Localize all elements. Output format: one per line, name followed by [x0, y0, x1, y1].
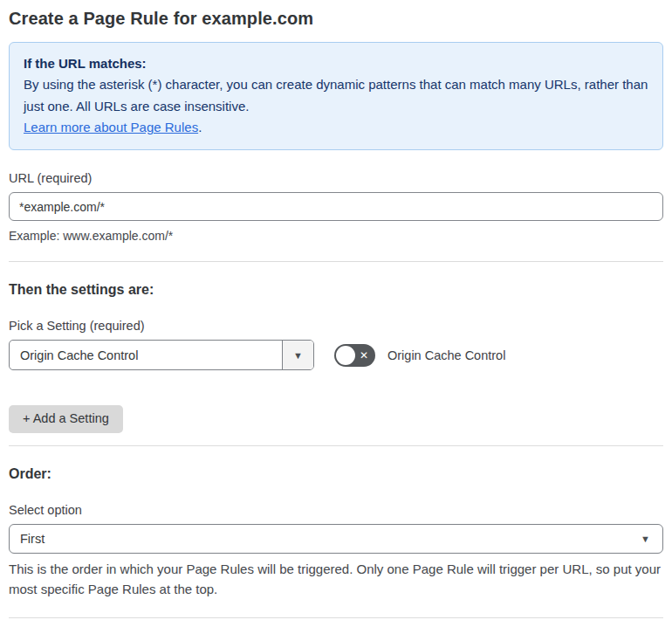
order-select-value: First [20, 532, 641, 546]
page-title: Create a Page Rule for example.com [9, 9, 663, 29]
info-box-link-line: Learn more about Page Rules. [24, 117, 648, 138]
divider [9, 617, 663, 618]
chevron-down-icon: ▼ [293, 350, 303, 361]
chevron-down-icon: ▼ [641, 534, 650, 544]
setting-dropdown[interactable]: Origin Cache Control ▼ [9, 340, 314, 370]
setting-row: Origin Cache Control ▼ ✕ Origin Cache Co… [9, 340, 663, 370]
link-period: . [198, 120, 202, 134]
pick-setting-label: Pick a Setting (required) [9, 319, 663, 333]
origin-cache-control-toggle[interactable]: ✕ [334, 344, 375, 367]
settings-heading: Then the settings are: [9, 282, 663, 298]
info-box-heading: If the URL matches: [24, 53, 648, 74]
setting-dropdown-arrow-button[interactable]: ▼ [282, 341, 313, 369]
url-match-info-box: If the URL matches: By using the asteris… [9, 42, 663, 150]
toggle-off-x-icon: ✕ [360, 350, 368, 361]
setting-dropdown-value: Origin Cache Control [10, 341, 282, 369]
url-input[interactable] [9, 192, 663, 221]
order-select[interactable]: First ▼ [9, 524, 663, 554]
toggle-knob [336, 346, 355, 365]
divider [9, 261, 663, 262]
info-box-body: By using the asterisk (*) character, you… [24, 74, 648, 117]
order-heading: Order: [9, 466, 663, 482]
add-setting-button[interactable]: + Add a Setting [9, 405, 123, 433]
page-rule-form: Create a Page Rule for example.com If th… [0, 0, 672, 620]
url-example-helper: Example: www.example.com/* [9, 227, 663, 245]
toggle-label: Origin Cache Control [387, 348, 505, 362]
divider [9, 445, 663, 446]
url-field-label: URL (required) [9, 171, 663, 185]
learn-more-link[interactable]: Learn more about Page Rules [24, 120, 198, 134]
order-helper-text: This is the order in which your Page Rul… [9, 559, 663, 600]
select-option-label: Select option [9, 503, 663, 517]
